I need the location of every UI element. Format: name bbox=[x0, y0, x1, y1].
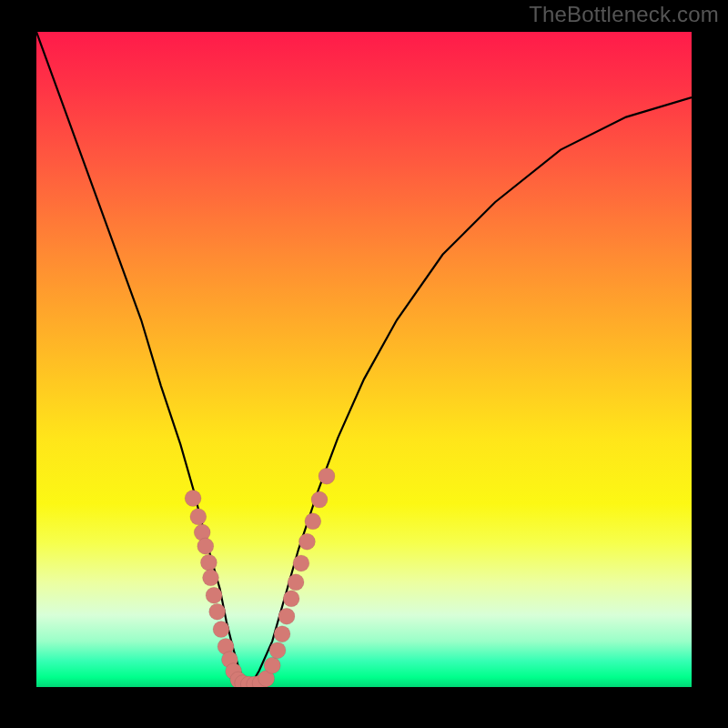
data-point bbox=[318, 468, 335, 484]
bottleneck-curve bbox=[36, 32, 692, 682]
data-point bbox=[190, 509, 207, 525]
data-point bbox=[278, 608, 295, 624]
chart-frame: TheBottleneck.com bbox=[0, 0, 728, 728]
data-point bbox=[206, 587, 222, 603]
data-point bbox=[311, 491, 328, 508]
data-point bbox=[305, 513, 321, 530]
data-point bbox=[293, 555, 309, 571]
dot-group bbox=[185, 468, 335, 687]
data-point bbox=[288, 574, 304, 591]
data-point bbox=[200, 554, 217, 571]
data-point bbox=[274, 626, 290, 642]
data-point bbox=[213, 622, 229, 638]
data-point bbox=[283, 591, 299, 607]
data-point bbox=[185, 490, 201, 507]
curve-layer bbox=[36, 32, 692, 687]
data-point bbox=[269, 642, 286, 659]
data-point bbox=[209, 603, 226, 620]
data-point bbox=[264, 657, 280, 673]
data-point bbox=[197, 538, 214, 554]
data-point bbox=[298, 533, 315, 550]
data-point bbox=[203, 570, 219, 586]
watermark-text: TheBottleneck.com bbox=[529, 2, 719, 27]
plot-area bbox=[36, 32, 692, 687]
